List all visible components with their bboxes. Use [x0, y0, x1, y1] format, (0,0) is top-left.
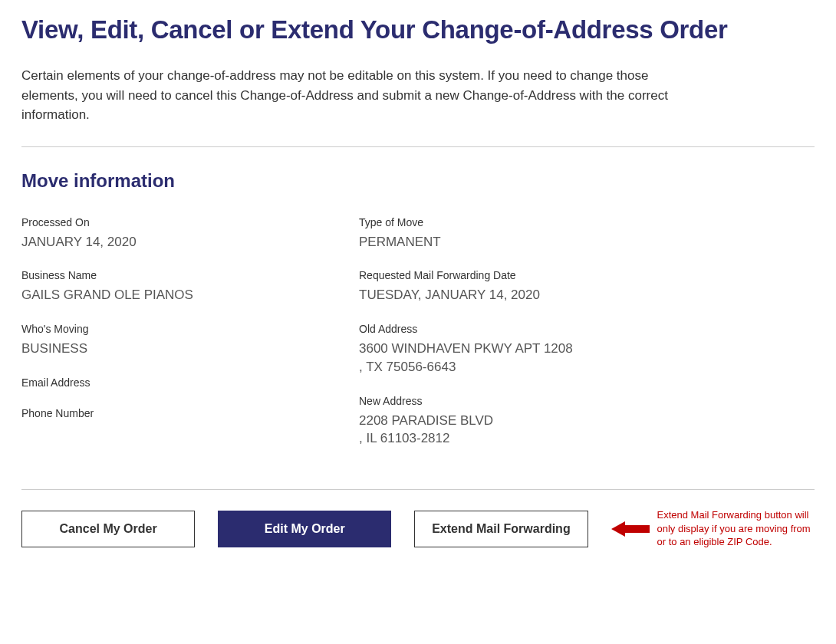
field-whos-moving: Who's Moving BUSINESS [21, 323, 313, 358]
value-forwarding-date: TUESDAY, JANUARY 14, 2020 [359, 286, 650, 304]
arrow-left-icon [611, 520, 650, 538]
label-processed-on: Processed On [21, 216, 313, 228]
field-email: Email Address [21, 376, 313, 389]
section-divider [21, 146, 815, 147]
label-type-of-move: Type of Move [359, 216, 650, 228]
label-phone: Phone Number [21, 407, 313, 419]
extend-button[interactable]: Extend Mail Forwarding [414, 511, 588, 547]
button-row: Cancel My Order Edit My Order Extend Mai… [21, 508, 815, 549]
value-type-of-move: PERMANENT [359, 233, 650, 251]
value-whos-moving: BUSINESS [21, 340, 313, 358]
value-old-address: 3600 WINDHAVEN PKWY APT 1208 , TX 75056-… [359, 340, 650, 376]
label-forwarding-date: Requested Mail Forwarding Date [359, 269, 650, 281]
label-old-address: Old Address [359, 323, 650, 335]
edit-button[interactable]: Edit My Order [218, 511, 391, 547]
page-title: View, Edit, Cancel or Extend Your Change… [21, 15, 815, 44]
label-business-name: Business Name [21, 269, 313, 281]
move-info-grid: Processed On JANUARY 14, 2020 Business N… [21, 216, 815, 467]
value-business-name: GAILS GRAND OLE PIANOS [21, 286, 313, 304]
value-new-address: 2208 PARADISE BLVD , IL 61103-2812 [359, 412, 650, 449]
left-column: Processed On JANUARY 14, 2020 Business N… [21, 216, 313, 467]
field-new-address: New Address 2208 PARADISE BLVD , IL 6110… [359, 395, 650, 449]
field-forwarding-date: Requested Mail Forwarding Date TUESDAY, … [359, 269, 650, 304]
field-business-name: Business Name GAILS GRAND OLE PIANOS [21, 269, 313, 304]
section-title: Move information [21, 170, 815, 192]
label-new-address: New Address [359, 395, 650, 407]
field-processed-on: Processed On JANUARY 14, 2020 [21, 216, 313, 251]
value-processed-on: JANUARY 14, 2020 [21, 233, 313, 251]
annotation: Extend Mail Forwarding button will only … [611, 508, 815, 549]
intro-text: Certain elements of your change-of-addre… [21, 66, 673, 125]
label-email: Email Address [21, 376, 313, 389]
field-type-of-move: Type of Move PERMANENT [359, 216, 650, 251]
field-phone: Phone Number [21, 407, 313, 419]
svg-marker-0 [611, 521, 650, 537]
right-column: Type of Move PERMANENT Requested Mail Fo… [359, 216, 650, 467]
annotation-text: Extend Mail Forwarding button will only … [657, 508, 815, 549]
bottom-divider [21, 489, 815, 490]
label-whos-moving: Who's Moving [21, 323, 313, 335]
field-old-address: Old Address 3600 WINDHAVEN PKWY APT 1208… [359, 323, 650, 376]
cancel-button[interactable]: Cancel My Order [21, 511, 195, 547]
